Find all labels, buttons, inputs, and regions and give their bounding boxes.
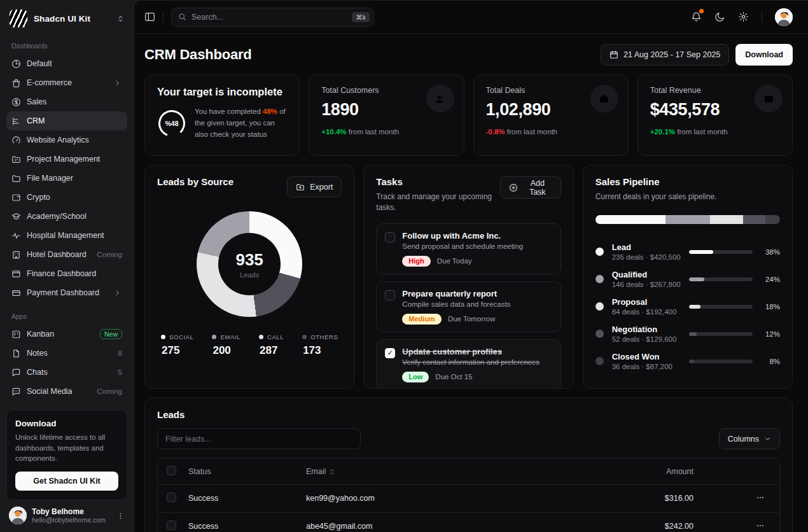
gauge-icon bbox=[11, 136, 21, 145]
sidebar-item-default[interactable]: Default bbox=[6, 54, 127, 73]
sidebar-item-crypto[interactable]: Crypto bbox=[6, 188, 127, 207]
chart-lines-icon bbox=[11, 116, 21, 126]
download-card-body: Unlock lifetime access to all dashboards… bbox=[15, 432, 118, 464]
table-row[interactable]: Success abe45@gmail.com $242.00 bbox=[158, 512, 779, 532]
sidebar-item-chats[interactable]: Chats 5 bbox=[6, 363, 127, 382]
tasks-subtitle: Track and manage your upcoming tasks. bbox=[376, 192, 500, 214]
sidebar-item-label: Academy/School bbox=[27, 212, 122, 221]
stage-dot bbox=[596, 248, 604, 256]
sidebar-item-label: Crypto bbox=[27, 193, 122, 202]
task-checkbox[interactable] bbox=[385, 232, 395, 242]
sidebar-item-kanban[interactable]: Kanban New bbox=[6, 325, 127, 344]
sales-pipeline-card: Sales Pipeline Current deals in your sal… bbox=[583, 165, 793, 389]
stat-card-total-revenue: Total Revenue $435,578 +20.1% from last … bbox=[637, 74, 793, 156]
stage-dot bbox=[596, 275, 604, 283]
add-task-button[interactable]: Add Task bbox=[500, 176, 561, 199]
donut-legend: SOCIAL 275 EMAIL 200 CALL 287 OTHERS 173 bbox=[157, 333, 342, 357]
email-cell: abe45@gmail.com bbox=[306, 512, 589, 532]
user-menu[interactable]: Toby Belhome hello@tobybelhome.com bbox=[6, 500, 127, 526]
row-actions-ellipsis-icon[interactable] bbox=[756, 493, 765, 502]
status-cell: Success bbox=[188, 512, 306, 532]
brand-switcher[interactable]: Shadcn UI Kit bbox=[6, 6, 127, 31]
sidebar-item-finance-dashboard[interactable]: Finance Dashboard bbox=[6, 264, 127, 283]
stage-progress-bar bbox=[689, 360, 753, 363]
brand-logo bbox=[9, 9, 28, 28]
sidebar-item-hospital-management[interactable]: Hospital Management bbox=[6, 226, 127, 245]
date-range-button[interactable]: 21 Aug 2025 - 17 Sep 2025 bbox=[601, 44, 729, 66]
sidebar-item-academy-school[interactable]: Academy/School bbox=[6, 207, 127, 226]
column-header-email[interactable]: Email bbox=[306, 459, 589, 484]
sidebar-item-payment-dashboard[interactable]: Payment Dashboard bbox=[6, 283, 127, 302]
leads-table: Status Email Amount Success ken99@yahoo.… bbox=[157, 458, 780, 532]
chevron-right-icon bbox=[113, 288, 122, 298]
get-ui-kit-button[interactable]: Get Shadcn UI Kit bbox=[15, 472, 118, 491]
row-actions-ellipsis-icon[interactable] bbox=[756, 521, 765, 530]
task-title: Update customer profiles bbox=[402, 347, 539, 356]
sidebar-item-sales[interactable]: Sales bbox=[6, 92, 127, 111]
chevron-down-icon bbox=[764, 435, 771, 442]
sidebar-item-website-analytics[interactable]: Website Analytics bbox=[6, 130, 127, 150]
row-checkbox[interactable] bbox=[167, 493, 176, 502]
legend-dot bbox=[302, 335, 307, 339]
sidebar-item-label: Finance Dashboard bbox=[27, 269, 122, 278]
stackbar-segment bbox=[596, 215, 665, 224]
row-checkbox[interactable] bbox=[167, 521, 176, 530]
table-row[interactable]: Success ken99@yahoo.com $316.00 bbox=[158, 484, 779, 512]
stackbar-segment bbox=[765, 215, 780, 224]
sidebar-item-file-manager[interactable]: File Manager bbox=[6, 169, 127, 188]
pipeline-subtitle: Current deals in your sales pipeline. bbox=[596, 192, 780, 202]
legend-item: EMAIL 200 bbox=[212, 333, 240, 357]
dark-mode-moon-icon[interactable] bbox=[714, 11, 725, 22]
sidebar-item-crm[interactable]: CRM bbox=[6, 111, 127, 130]
column-header-status[interactable]: Status bbox=[188, 459, 306, 484]
stage-percent: 12% bbox=[761, 330, 780, 338]
filter-leads-input[interactable] bbox=[157, 428, 361, 449]
sidebar-toggle-icon[interactable] bbox=[144, 11, 155, 22]
pipeline-stage: Qualified146 deals · $267,800 24% bbox=[596, 265, 780, 293]
email-cell: ken99@yahoo.com bbox=[306, 484, 589, 512]
sidebar-item-notes[interactable]: Notes 8 bbox=[6, 344, 127, 363]
kanban-square-icon bbox=[11, 330, 21, 339]
task-checkbox[interactable] bbox=[385, 348, 395, 358]
columns-button[interactable]: Columns bbox=[719, 428, 780, 449]
count-badge: 8 bbox=[118, 349, 122, 357]
export-button[interactable]: Export bbox=[287, 176, 342, 197]
due-label: Due Oct 15 bbox=[435, 373, 472, 381]
task-description: Verify contact information and preferenc… bbox=[402, 358, 539, 366]
stage-percent: 18% bbox=[761, 303, 780, 311]
date-range-label: 21 Aug 2025 - 17 Sep 2025 bbox=[623, 50, 720, 59]
search-bar[interactable]: ⌘k bbox=[171, 8, 373, 27]
wallet-card-icon bbox=[11, 193, 21, 202]
column-header-amount[interactable]: Amount bbox=[589, 459, 741, 484]
task-item: Prepare quarterly report Compile sales d… bbox=[376, 281, 561, 332]
search-input[interactable] bbox=[192, 13, 347, 22]
sidebar-item-social-media[interactable]: Social Media Coming bbox=[6, 382, 127, 401]
sidebar-item-project-management[interactable]: Project Management bbox=[6, 150, 127, 169]
pipeline-stage: Proposal84 deals · $192,400 18% bbox=[596, 293, 780, 320]
settings-gear-icon[interactable] bbox=[738, 11, 749, 22]
ellipsis-vertical-icon[interactable] bbox=[116, 512, 125, 520]
amount-cell: $242.00 bbox=[589, 512, 741, 532]
credit-card-icon bbox=[11, 288, 21, 298]
sidebar-item-label: File Manager bbox=[27, 174, 122, 183]
chevrons-up-down-icon bbox=[116, 15, 125, 23]
topbar-avatar[interactable] bbox=[775, 8, 793, 26]
notifications-bell-icon[interactable] bbox=[691, 11, 702, 22]
task-checkbox[interactable] bbox=[385, 290, 395, 300]
shortcut-badge: ⌘k bbox=[352, 12, 370, 22]
stage-dot bbox=[596, 330, 604, 338]
stage-percent: 8% bbox=[761, 358, 780, 365]
new-badge: New bbox=[100, 329, 122, 339]
pipeline-stage: Lead235 deals · $420,500 38% bbox=[596, 238, 780, 265]
stage-progress-bar bbox=[689, 250, 753, 254]
notification-dot bbox=[699, 9, 704, 13]
export-folder-icon bbox=[296, 183, 305, 192]
target-body: You have completed 48% of the given targ… bbox=[195, 106, 287, 140]
count-badge: 5 bbox=[118, 368, 122, 376]
wallet-icon bbox=[755, 85, 783, 113]
select-all-checkbox[interactable] bbox=[167, 466, 176, 475]
stage-progress-bar bbox=[689, 277, 753, 281]
sidebar-item-hotel-dashboard[interactable]: Hotel Dashboard Coming bbox=[6, 245, 127, 264]
download-button[interactable]: Download bbox=[735, 44, 793, 66]
sidebar-item-ecommerce[interactable]: E-commerce bbox=[6, 73, 127, 92]
